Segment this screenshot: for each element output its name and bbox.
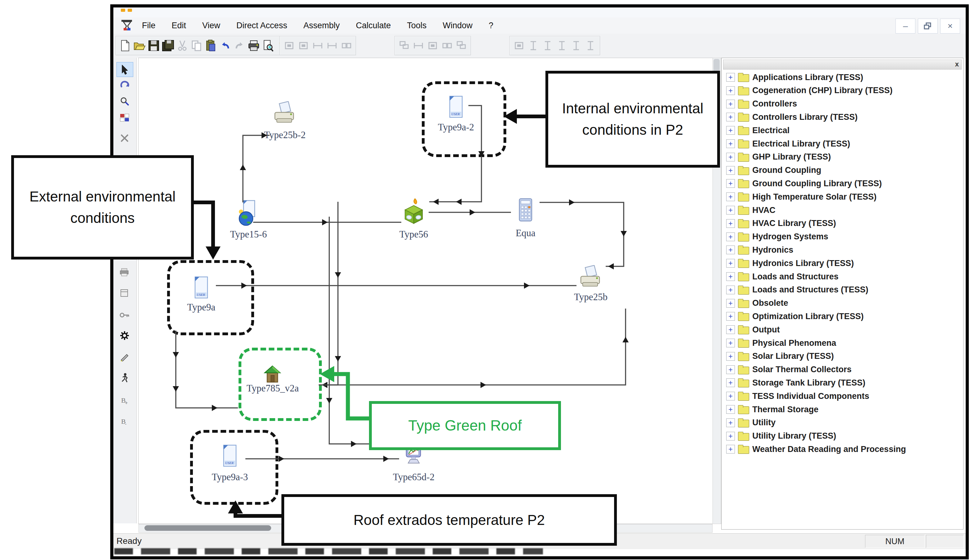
menu-item-file[interactable]: File (134, 19, 164, 32)
expand-plus-icon[interactable]: + (726, 179, 735, 188)
paste-icon[interactable] (205, 39, 217, 52)
expand-plus-icon[interactable]: + (726, 166, 735, 175)
print-small-icon[interactable] (117, 265, 133, 279)
select-cursor-icon[interactable] (117, 62, 133, 77)
runner-icon[interactable] (117, 371, 133, 385)
component-type56[interactable]: Type56 (386, 197, 442, 240)
expand-plus-icon[interactable]: + (726, 352, 735, 361)
redo-icon[interactable] (233, 39, 246, 52)
library-close-icon[interactable]: x (955, 60, 959, 68)
library-item-hydronics-library-tess[interactable]: +Hydronics Library (TESS) (725, 257, 961, 270)
fit-horizontal-icon[interactable] (283, 39, 296, 52)
expand-plus-icon[interactable]: + (726, 100, 735, 108)
menu-item-tools[interactable]: Tools (399, 19, 434, 32)
library-item-solar-thermal-collectors[interactable]: +Solar Thermal Collectors (725, 363, 961, 376)
close-button[interactable]: × (940, 18, 960, 33)
expand-plus-icon[interactable]: + (726, 418, 735, 427)
cut-icon[interactable] (176, 39, 189, 52)
open-file-icon[interactable] (133, 39, 146, 52)
library-item-weather-data-reading-and-processing[interactable]: +Weather Data Reading and Processing (725, 443, 961, 456)
menu-item-direct-access[interactable]: Direct Access (228, 19, 296, 32)
move-down-icon[interactable] (412, 39, 425, 52)
page-setup-icon[interactable] (117, 286, 133, 300)
expand-plus-icon[interactable]: + (726, 405, 735, 414)
expand-plus-icon[interactable]: + (726, 219, 735, 228)
expand-plus-icon[interactable]: + (726, 153, 735, 162)
library-item-electrical[interactable]: +Electrical (725, 124, 961, 137)
library-item-thermal-storage[interactable]: +Thermal Storage (725, 403, 961, 416)
library-item-controllers-library-tess[interactable]: +Controllers Library (TESS) (725, 110, 961, 123)
menu-item-assembly[interactable]: Assembly (296, 19, 348, 32)
arrange-icons-icon[interactable] (556, 39, 568, 52)
library-item-loads-and-structures-tess[interactable]: +Loads and Structures (TESS) (725, 283, 961, 297)
new-window-icon[interactable] (570, 39, 583, 52)
library-item-ground-coupling[interactable]: +Ground Coupling (725, 164, 961, 177)
tile-horizontal-icon[interactable] (541, 39, 554, 52)
menu-item-calculate[interactable]: Calculate (348, 19, 399, 32)
component-type9a-2[interactable]: USERType9a-2 (428, 94, 484, 133)
library-item-obsolete[interactable]: +Obsolete (725, 297, 961, 310)
library-item-utility[interactable]: +Utility (725, 416, 961, 429)
component-type15-6[interactable]: Type15-6 (220, 199, 276, 240)
expand-plus-icon[interactable]: + (726, 432, 735, 440)
expand-plus-icon[interactable]: + (726, 312, 735, 321)
library-item-high-temperature-solar-tess[interactable]: +High Temperature Solar (TESS) (725, 190, 961, 203)
expand-plus-icon[interactable]: + (726, 126, 735, 135)
library-item-electrical-library-tess[interactable]: +Electrical Library (TESS) (725, 137, 961, 150)
menu-item-window[interactable]: Window (434, 19, 481, 32)
sort-components-icon[interactable] (398, 39, 410, 52)
expand-plus-icon[interactable]: + (726, 299, 735, 308)
expand-plus-icon[interactable]: + (726, 233, 735, 241)
library-item-hydrogen-systems[interactable]: +Hydrogen Systems (725, 230, 961, 243)
expand-plus-icon[interactable]: + (726, 378, 735, 387)
expand-plus-icon[interactable]: + (726, 339, 735, 347)
minimize-button[interactable]: – (895, 18, 915, 33)
expand-plus-icon[interactable]: + (726, 445, 735, 453)
grid-view-icon[interactable] (117, 110, 133, 125)
expand-plus-icon[interactable]: + (726, 286, 735, 294)
library-item-physical-phenomena[interactable]: +Physical Phenomena (725, 337, 961, 350)
new-file-icon[interactable] (119, 39, 131, 52)
b-plus-icon[interactable]: B+ (117, 393, 133, 408)
b-minus-icon[interactable]: B- (117, 415, 133, 429)
expand-plus-icon[interactable]: + (726, 365, 735, 374)
library-item-hvac[interactable]: +HVAC (725, 203, 961, 217)
library-item-loads-and-structures[interactable]: +Loads and Structures (725, 270, 961, 283)
library-item-output[interactable]: +Output (725, 323, 961, 336)
save-icon[interactable] (147, 39, 160, 52)
fit-all-icon[interactable] (340, 39, 352, 52)
zoom-icon[interactable] (117, 94, 133, 108)
cascade-windows-icon[interactable] (513, 39, 525, 52)
expand-plus-icon[interactable]: + (726, 245, 735, 254)
component-type25b-2[interactable]: Type25b-2 (257, 101, 313, 141)
direct-access-tool-icon[interactable] (441, 39, 453, 52)
expand-plus-icon[interactable]: + (726, 113, 735, 122)
close-window-icon[interactable] (584, 39, 597, 52)
library-item-applications-library-tess[interactable]: +Applications Library (TESS) (725, 71, 961, 84)
library-item-cogeneration-chp-library-tess[interactable]: +Cogeneration (CHP) Library (TESS) (725, 84, 961, 97)
library-item-controllers[interactable]: +Controllers (725, 97, 961, 110)
expand-plus-icon[interactable]: + (726, 73, 735, 82)
fit-width-icon[interactable] (326, 39, 338, 52)
component-type785-v2a[interactable]: Type785_v2a (245, 360, 301, 394)
print-icon[interactable] (247, 39, 260, 52)
library-item-ground-coupling-library-tess[interactable]: +Ground Coupling Library (TESS) (725, 177, 961, 190)
expand-plus-icon[interactable]: + (726, 259, 735, 268)
delete-x-icon[interactable] (117, 131, 133, 145)
key-icon[interactable] (117, 308, 133, 322)
expand-plus-icon[interactable]: + (726, 139, 735, 148)
menu-item-edit[interactable]: Edit (164, 19, 194, 32)
library-item-optimization-library-tess[interactable]: +Optimization Library (TESS) (725, 310, 961, 323)
trace-icon[interactable] (455, 39, 467, 52)
copy-icon[interactable] (190, 39, 203, 52)
library-item-tess-individual-components[interactable]: +TESS Individual Components (725, 390, 961, 403)
menu-item-[interactable]: ? (481, 19, 501, 32)
restore-button[interactable] (918, 18, 938, 33)
gear-icon[interactable] (117, 328, 133, 343)
component-type9a[interactable]: USERType9a (173, 274, 229, 313)
expand-plus-icon[interactable]: + (726, 392, 735, 400)
parameter-table-icon[interactable] (426, 39, 439, 52)
fit-vertical-icon[interactable] (297, 39, 310, 52)
component-equa[interactable]: Equa (498, 197, 554, 239)
pen-icon[interactable] (117, 350, 133, 364)
